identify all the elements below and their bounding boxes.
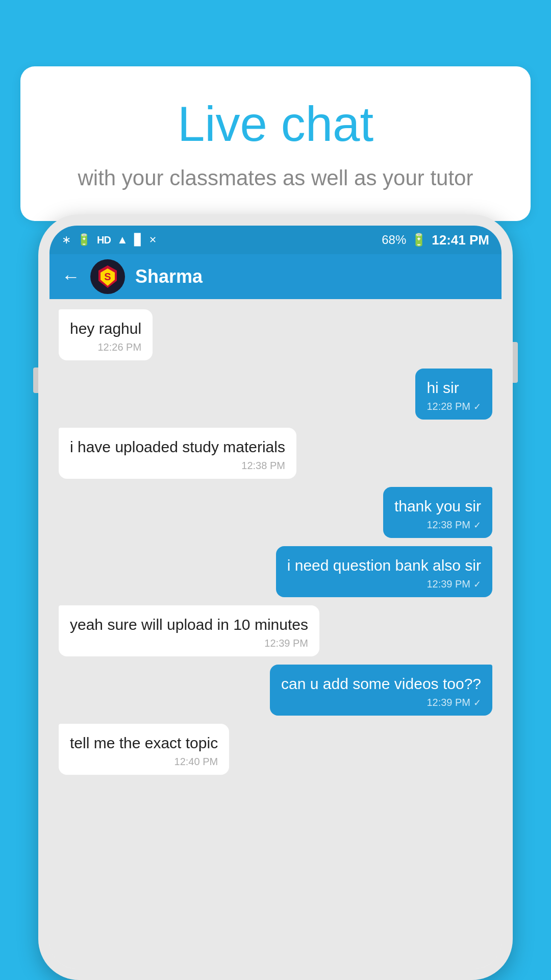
avatar: S [90, 259, 125, 294]
msg-bubble-received: yeah sure will upload in 10 minutes 12:3… [59, 605, 319, 656]
msg-text: tell me the exact topic [70, 733, 218, 753]
msg-meta: 12:39 PM ✓ [281, 697, 481, 708]
bluetooth-icon: ∗ [62, 233, 71, 247]
msg-meta: 12:39 PM ✓ [287, 578, 481, 590]
hd-icon: HD [97, 234, 111, 246]
messages-area[interactable]: hey raghul 12:26 PM hi sir 12:28 PM ✓ [49, 299, 502, 969]
msg-meta: 12:40 PM [70, 756, 218, 768]
msg-bubble-received: i have uploaded study materials 12:38 PM [59, 428, 296, 479]
msg-time: 12:39 PM [264, 638, 308, 649]
msg-bubble-sent: i need question bank also sir 12:39 PM ✓ [276, 546, 492, 597]
msg-time: 12:26 PM [98, 341, 142, 353]
chat-header: ← S Sharma [49, 254, 502, 299]
speech-bubble: Live chat with your classmates as well a… [20, 66, 531, 221]
msg-text: hey raghul [70, 318, 141, 338]
wifi-icon: ▲ [117, 233, 128, 247]
msg-text: hi sir [427, 378, 481, 398]
battery-icon: 🔋 [411, 233, 427, 247]
msg-meta: 12:26 PM [70, 341, 141, 353]
message-7: can u add some videos too?? 12:39 PM ✓ [59, 665, 492, 716]
phone-screen: ∗ 🔋 HD ▲ ▊ ✕ 68% 🔋 12:41 PM ← [49, 226, 502, 969]
back-button[interactable]: ← [62, 266, 80, 287]
message-4: thank you sir 12:38 PM ✓ [59, 487, 492, 538]
message-8: tell me the exact topic 12:40 PM [59, 724, 492, 775]
message-1: hey raghul 12:26 PM [59, 309, 492, 360]
status-left-icons: ∗ 🔋 HD ▲ ▊ ✕ [62, 233, 157, 247]
svg-text:S: S [104, 271, 111, 282]
phone-power-button [513, 342, 518, 383]
message-6: yeah sure will upload in 10 minutes 12:3… [59, 605, 492, 656]
status-right-info: 68% 🔋 12:41 PM [382, 232, 489, 248]
msg-bubble-sent: can u add some videos too?? 12:39 PM ✓ [270, 665, 492, 716]
msg-time: 12:40 PM [174, 756, 218, 768]
msg-meta: 12:38 PM ✓ [394, 519, 481, 531]
msg-text: i need question bank also sir [287, 555, 481, 575]
signal-icon: ▊ [134, 233, 143, 247]
msg-tick: ✓ [473, 697, 481, 708]
status-bar: ∗ 🔋 HD ▲ ▊ ✕ 68% 🔋 12:41 PM [49, 226, 502, 254]
message-5: i need question bank also sir 12:39 PM ✓ [59, 546, 492, 597]
msg-text: yeah sure will upload in 10 minutes [70, 615, 308, 634]
phone-volume-button [33, 368, 38, 393]
msg-time: 12:28 PM [427, 401, 470, 412]
chat-contact-name: Sharma [135, 266, 203, 287]
signal-x-icon: ✕ [149, 234, 157, 246]
msg-tick: ✓ [473, 520, 481, 531]
bubble-subtitle: with your classmates as well as your tut… [51, 163, 500, 193]
message-2: hi sir 12:28 PM ✓ [59, 369, 492, 420]
msg-time: 12:39 PM [427, 697, 470, 708]
msg-bubble-received: tell me the exact topic 12:40 PM [59, 724, 229, 775]
msg-text: i have uploaded study materials [70, 437, 285, 457]
msg-meta: 12:38 PM [70, 460, 285, 472]
message-3: i have uploaded study materials 12:38 PM [59, 428, 492, 479]
msg-tick: ✓ [473, 401, 481, 412]
msg-bubble-received: hey raghul 12:26 PM [59, 309, 153, 360]
msg-meta: 12:28 PM ✓ [427, 401, 481, 412]
msg-time: 12:39 PM [427, 578, 470, 590]
vibrate-icon: 🔋 [77, 233, 91, 247]
msg-tick: ✓ [473, 579, 481, 590]
phone-mockup: ∗ 🔋 HD ▲ ▊ ✕ 68% 🔋 12:41 PM ← [38, 214, 513, 980]
speech-bubble-section: Live chat with your classmates as well a… [20, 66, 531, 221]
msg-bubble-sent: thank you sir 12:38 PM ✓ [383, 487, 492, 538]
msg-text: can u add some videos too?? [281, 674, 481, 694]
msg-meta: 12:39 PM [70, 638, 308, 649]
status-time: 12:41 PM [432, 232, 489, 248]
bubble-title: Live chat [51, 97, 500, 151]
msg-time: 12:38 PM [241, 460, 285, 472]
msg-bubble-sent: hi sir 12:28 PM ✓ [415, 369, 492, 420]
msg-time: 12:38 PM [427, 519, 470, 531]
battery-percent: 68% [382, 233, 406, 247]
msg-text: thank you sir [394, 496, 481, 516]
phone-outer: ∗ 🔋 HD ▲ ▊ ✕ 68% 🔋 12:41 PM ← [38, 214, 513, 980]
